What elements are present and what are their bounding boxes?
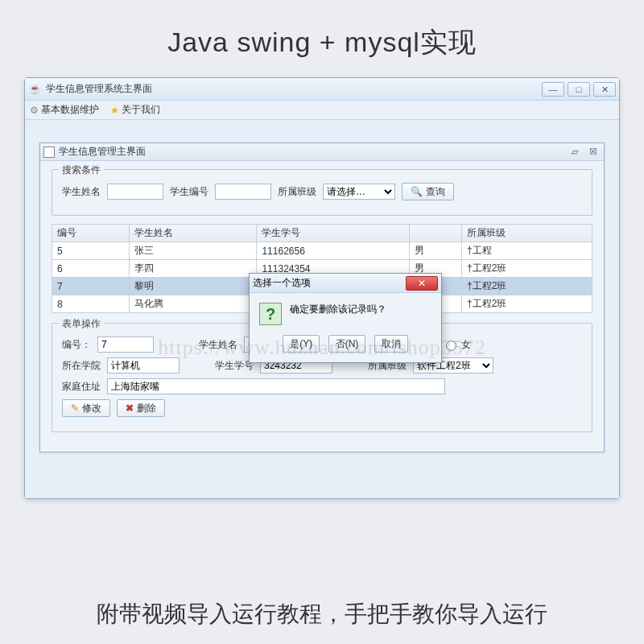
pencil-icon: ✎	[71, 402, 79, 414]
addr-input[interactable]	[107, 378, 445, 394]
table-header[interactable]: 所属班级	[462, 225, 592, 242]
table-cell[interactable]: †工程	[462, 242, 592, 260]
gear-icon: ⚙	[30, 105, 39, 116]
outer-window: ☕ 学生信息管理系统主界面 — □ ✕ ⚙ 基本数据维护 ★ 关于我们 学生信息…	[24, 77, 620, 499]
search-id-input[interactable]	[215, 184, 271, 200]
inner-restore-button[interactable]: ☒	[586, 147, 601, 158]
radio-female-input[interactable]	[446, 341, 456, 351]
table-cell[interactable]: 7	[52, 278, 130, 295]
banner-top: Java swing + mysql实现	[0, 0, 644, 77]
label-college: 所在学院	[62, 359, 101, 373]
table-header[interactable]: 编号	[52, 225, 130, 242]
query-button-label: 查询	[426, 185, 445, 199]
dialog-titlebar[interactable]: 选择一个选项 ✕	[250, 274, 441, 293]
menu-data-maintain[interactable]: ⚙ 基本数据维护	[30, 103, 99, 117]
table-header[interactable]	[410, 225, 462, 242]
dialog-yes-button[interactable]: 是(Y)	[283, 335, 320, 353]
dialog-message: 确定要删除该记录吗？	[290, 303, 386, 316]
table-cell[interactable]: 男	[410, 242, 462, 260]
table-cell[interactable]: 张三	[130, 242, 257, 260]
college-input[interactable]	[107, 357, 180, 374]
dialog-title: 选择一个选项	[253, 276, 406, 290]
inner-window-title: 学生信息管理主界面	[59, 145, 566, 159]
maximize-button[interactable]: □	[568, 82, 590, 97]
radio-female-label: 女	[461, 338, 471, 352]
table-cell[interactable]: 11162656	[257, 242, 410, 260]
delete-button-label: 删除	[137, 402, 156, 415]
search-group: 搜索条件 学生姓名 学生编号 所属班级 请选择… 🔍 查询	[52, 169, 592, 216]
document-icon	[43, 147, 55, 158]
outer-body: 学生信息管理主界面 ▱ ☒ 搜索条件 学生姓名 学生编号 所属班级	[25, 120, 619, 498]
delete-button[interactable]: ✖ 删除	[117, 399, 165, 417]
table-cell[interactable]: 6	[52, 260, 130, 278]
label-student-id: 学生编号	[170, 185, 208, 199]
dialog-close-button[interactable]: ✕	[406, 276, 438, 291]
menu-label: 关于我们	[122, 103, 160, 117]
close-button[interactable]: ✕	[593, 82, 616, 97]
java-icon: ☕	[28, 83, 41, 96]
dialog-cancel-button[interactable]: 取消	[374, 335, 408, 353]
num-input[interactable]	[97, 336, 154, 353]
form-legend: 表单操作	[59, 317, 104, 331]
question-icon: ?	[259, 303, 282, 325]
radio-female[interactable]: 女	[442, 338, 471, 352]
search-class-select[interactable]: 请选择…	[323, 184, 395, 200]
search-legend: 搜索条件	[59, 163, 104, 177]
menubar: ⚙ 基本数据维护 ★ 关于我们	[25, 101, 619, 120]
menu-label: 基本数据维护	[41, 103, 99, 117]
table-cell[interactable]: 李四	[130, 260, 257, 278]
label-num: 编号：	[62, 338, 91, 352]
confirm-dialog: 选择一个选项 ✕ ? 确定要删除该记录吗？ 是(Y) 否(N) 取消	[249, 273, 442, 363]
label-class: 所属班级	[278, 185, 316, 199]
minimize-button[interactable]: —	[542, 82, 564, 97]
edit-button[interactable]: ✎ 修改	[62, 399, 110, 417]
table-cell[interactable]: †工程2班	[462, 260, 592, 278]
label-sn: 学生学号	[215, 359, 254, 373]
table-cell[interactable]: 马化腾	[130, 295, 257, 313]
star-icon: ★	[110, 105, 119, 116]
menu-about[interactable]: ★ 关于我们	[110, 103, 160, 117]
table-cell[interactable]: 5	[52, 242, 130, 260]
table-header[interactable]: 学生姓名	[130, 225, 257, 242]
edit-button-label: 修改	[82, 402, 101, 415]
inner-titlebar[interactable]: 学生信息管理主界面 ▱ ☒	[40, 143, 604, 161]
table-cell[interactable]: 黎明	[130, 278, 257, 295]
dialog-no-button[interactable]: 否(N)	[328, 335, 366, 353]
label-name: 学生姓名	[199, 338, 237, 352]
search-name-input[interactable]	[107, 184, 163, 200]
query-button[interactable]: 🔍 查询	[402, 183, 454, 200]
outer-window-title: 学生信息管理系统主界面	[46, 82, 539, 96]
table-row[interactable]: 5张三11162656男†工程	[52, 242, 592, 260]
table-header[interactable]: 学生学号	[257, 225, 410, 242]
table-cell[interactable]: †工程2班	[462, 295, 592, 313]
search-icon: 🔍	[411, 186, 423, 197]
outer-titlebar[interactable]: ☕ 学生信息管理系统主界面 — □ ✕	[25, 78, 619, 101]
label-addr: 家庭住址	[62, 380, 101, 394]
x-icon: ✖	[126, 402, 134, 414]
banner-bottom: 附带视频导入运行教程，手把手教你导入运行	[0, 599, 644, 630]
inner-max-button[interactable]: ▱	[568, 147, 582, 158]
table-cell[interactable]: †工程2班	[462, 278, 592, 295]
table-cell[interactable]: 8	[52, 295, 130, 313]
label-student-name: 学生姓名	[62, 185, 101, 199]
